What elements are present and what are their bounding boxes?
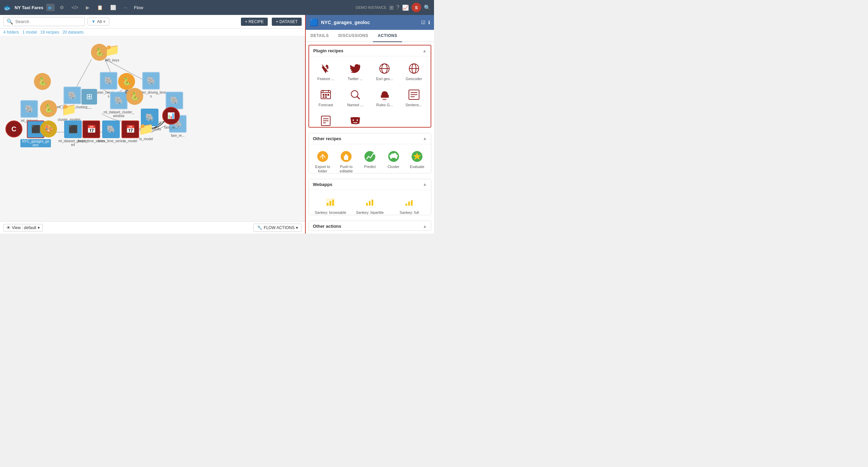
model-link[interactable]: 1 model bbox=[22, 30, 37, 35]
action-sentenc[interactable]: Sentenc... bbox=[400, 85, 428, 110]
tab-discussions[interactable]: DISCUSSIONS bbox=[334, 30, 373, 42]
action-forecast[interactable]: Forecast bbox=[312, 85, 340, 110]
svg-line-16 bbox=[357, 96, 360, 99]
grid-icon[interactable]: ⊞ bbox=[389, 4, 394, 11]
node-c-circle[interactable]: C bbox=[5, 120, 22, 137]
action-geocoder[interactable]: Geocoder bbox=[400, 59, 428, 84]
trending-icon[interactable]: 📈 bbox=[402, 4, 409, 11]
action-sentenc-label: Sentenc... bbox=[405, 103, 422, 107]
webapps-header[interactable]: Webapps ▲ bbox=[309, 179, 431, 190]
flow-actions-button[interactable]: 🔧 FLOW ACTIONS ▾ bbox=[253, 224, 302, 232]
view-select[interactable]: 👁 View : default ▾ bbox=[3, 224, 43, 231]
svg-rect-12 bbox=[327, 94, 329, 96]
tab-details[interactable]: DETAILS bbox=[306, 30, 334, 42]
nav-icon-settings[interactable]: ⚙ bbox=[57, 4, 67, 11]
evaluate-icon bbox=[410, 150, 424, 163]
action-twitter[interactable]: Twitter ... bbox=[341, 59, 370, 84]
svg-rect-10 bbox=[323, 94, 324, 96]
svg-rect-44 bbox=[408, 202, 410, 206]
nav-icon-run[interactable]: ▶ bbox=[83, 4, 92, 11]
node-python4[interactable]: 🐍 bbox=[126, 88, 143, 105]
sentim-icon bbox=[348, 114, 362, 127]
node-cluster-models[interactable]: 📁 cluster_models bbox=[58, 102, 80, 122]
stats-bar: 4 folders 1 model 19 recipes 20 datasets bbox=[0, 29, 305, 36]
add-recipe-button[interactable]: + RECIPE bbox=[241, 18, 268, 26]
action-geocoder-label: Geocoder bbox=[406, 77, 422, 81]
navbar: 🐟 NY Taxi Fares ▶ ⚙ </> ▶ 📋 ⬜ ··· Flow D… bbox=[0, 0, 434, 15]
svg-rect-40 bbox=[366, 203, 368, 206]
panel-check-icon[interactable]: ☑ bbox=[421, 20, 426, 25]
svg-rect-45 bbox=[411, 200, 413, 206]
action-push-editable[interactable]: Push to editable bbox=[335, 147, 358, 173]
node-ts-model-cal[interactable]: 📅 ts_model bbox=[121, 120, 139, 143]
plugin-recipes-header[interactable]: Plugin recipes ▲ bbox=[309, 45, 431, 56]
svg-rect-39 bbox=[332, 200, 334, 206]
action-sankey-browsable[interactable]: Sankey: browsable bbox=[312, 193, 350, 215]
action-cluster[interactable]: Cluster bbox=[382, 147, 405, 173]
sankey-full-icon bbox=[402, 195, 416, 209]
filter-icon: ▼ bbox=[91, 19, 96, 24]
add-dataset-button[interactable]: + DATASET bbox=[272, 18, 302, 26]
bottom-bar: 👁 View : default ▾ 🔧 FLOW ACTIONS ▾ bbox=[0, 221, 305, 234]
action-named-label: Named ... bbox=[347, 103, 363, 107]
webapps-section: Webapps ▲ Sankey: browsable bbox=[308, 179, 431, 215]
action-text-su[interactable]: Text Su... bbox=[312, 111, 340, 127]
action-forecast-label: Forecast bbox=[319, 103, 333, 107]
panel-info-icon[interactable]: ℹ bbox=[428, 20, 430, 25]
node-chart-fare[interactable]: 📊 fare_re... bbox=[162, 107, 180, 129]
action-sankey-browsable-label: Sankey: browsable bbox=[315, 210, 346, 215]
view-chevron: ▾ bbox=[38, 225, 40, 230]
help-icon[interactable]: ? bbox=[396, 4, 399, 11]
sankey-bipartite-icon bbox=[363, 195, 377, 209]
action-sankey-full-label: Sankey: full bbox=[400, 210, 419, 215]
other-actions-header[interactable]: Other actions ▲ bbox=[309, 221, 431, 231]
action-named[interactable]: Named ... bbox=[341, 85, 370, 110]
node-api-keys[interactable]: 📁 API_keys bbox=[105, 43, 120, 62]
webapps-title: Webapps bbox=[313, 182, 333, 187]
action-sankey-bipartite[interactable]: Sankey: bipartite bbox=[351, 193, 389, 215]
nav-icon-more[interactable]: ··· bbox=[121, 4, 130, 11]
action-rules[interactable]: Rules G... bbox=[371, 85, 399, 110]
svg-rect-30 bbox=[344, 157, 348, 160]
feature-icon bbox=[319, 62, 333, 75]
node-python2[interactable]: 🐍 bbox=[118, 73, 135, 90]
node-split-recipe[interactable]: ⊞ bbox=[81, 89, 97, 105]
flow-actions-chevron: ▾ bbox=[296, 225, 298, 230]
node-ml-dataset[interactable]: 🐘 ml_dataset bbox=[20, 100, 38, 123]
action-export-folder[interactable]: Export to folder bbox=[312, 147, 334, 173]
avatar[interactable]: S bbox=[412, 3, 421, 12]
filter-button[interactable]: ▼ All ▾ bbox=[88, 18, 109, 25]
action-feature[interactable]: Feature ... bbox=[312, 59, 340, 84]
node-paintbrush[interactable]: 🎨 bbox=[40, 120, 57, 137]
tab-actions[interactable]: ACTIONS bbox=[373, 30, 402, 42]
nav-icon-code[interactable]: </> bbox=[69, 4, 81, 11]
action-sentim[interactable]: Sentim... bbox=[341, 111, 370, 127]
action-export-folder-label: Export to folder bbox=[313, 165, 333, 173]
nav-icon-view[interactable]: ⬜ bbox=[108, 4, 118, 11]
recipes-link[interactable]: 19 recipes bbox=[40, 30, 59, 35]
action-esri[interactable]: Esri geo... bbox=[371, 59, 399, 84]
action-evaluate[interactable]: Evaluate bbox=[406, 147, 428, 173]
action-sankey-full[interactable]: Sankey: full bbox=[390, 193, 428, 215]
action-push-editable-label: Push to editable bbox=[337, 165, 356, 173]
svg-rect-41 bbox=[369, 201, 371, 206]
other-recipes-grid: Export to folder Push to editable bbox=[309, 144, 431, 173]
search-input[interactable] bbox=[15, 19, 82, 24]
nav-icon-flow[interactable]: ▶ bbox=[46, 4, 55, 11]
flow-canvas[interactable]: 🐍 📁 API_keys 🐘 cluster_combinations 🐘 cl… bbox=[0, 36, 305, 221]
action-predict[interactable]: Predict bbox=[359, 147, 381, 173]
nav-icon-deploy[interactable]: 📋 bbox=[95, 4, 105, 11]
plugin-recipes-section: Plugin recipes ▲ Feature ... Twitter ... bbox=[308, 45, 431, 128]
node-elephant-fares[interactable]: 🐘 fares_time_series bbox=[98, 120, 125, 143]
other-recipes-header[interactable]: Other recipes ▲ bbox=[309, 133, 431, 144]
search-box[interactable]: 🔍 bbox=[3, 17, 85, 26]
app-title: NY Taxi Fares bbox=[15, 5, 43, 10]
node-ts-model-folder[interactable]: 📁 ts_model bbox=[138, 122, 154, 141]
node-python3[interactable]: 🐍 bbox=[34, 73, 51, 90]
plugin-recipes-title: Plugin recipes bbox=[313, 48, 343, 53]
search-icon[interactable]: 🔍 bbox=[424, 4, 431, 11]
node-python5[interactable]: 🐍 bbox=[40, 100, 57, 117]
folders-link[interactable]: 4 folders bbox=[3, 30, 19, 35]
svg-rect-43 bbox=[405, 204, 407, 206]
datasets-link[interactable]: 20 datasets bbox=[62, 30, 83, 35]
